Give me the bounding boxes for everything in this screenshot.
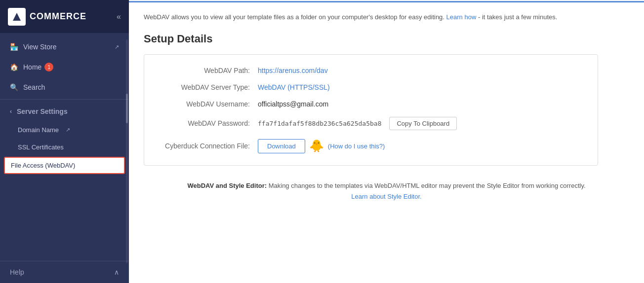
copy-to-clipboard-button[interactable]: Copy To Clipboard — [389, 117, 457, 130]
webdav-password-label: WebDAV Password: — [159, 119, 258, 127]
main-inner: WebDAV allows you to view all your templ… — [129, 0, 644, 283]
cyberduck-row: Cyberduck Connection File: Download 🐥 (H… — [159, 139, 583, 153]
webdav-path-label: WebDAV Path: — [159, 67, 258, 74]
home-badge: 1 — [44, 63, 53, 71]
logo-icon — [8, 8, 26, 26]
sidebar-item-label: SSL Certificates — [18, 143, 64, 151]
intro-paragraph: WebDAV allows you to view all your templ… — [144, 12, 629, 23]
cyberduck-label: Cyberduck Connection File: — [159, 142, 258, 150]
intro-text-suffix: - it takes just a few minutes. — [478, 13, 557, 21]
sidebar-item-home[interactable]: 🏠 Home 1 — [0, 57, 129, 77]
svg-rect-1 — [14, 18, 19, 21]
content-area: WebDAV allows you to view all your templ… — [129, 2, 644, 283]
webdav-password-row: WebDAV Password: ffa7f1dafaf5f88db236c5a… — [159, 117, 583, 130]
sidebar-item-label: View Store — [23, 43, 56, 51]
footer-note: WebDAV and Style Editor: Making changes … — [144, 166, 629, 217]
webdav-server-type-row: WebDAV Server Type: WebDAV (HTTPS/SSL) — [159, 83, 583, 91]
sidebar: COMMERCE « 🏪 View Store ↗ 🏠 Home 1 🔍 Sea… — [0, 0, 129, 283]
sidebar-item-label: File Access (WebDAV) — [11, 162, 75, 169]
sidebar-logo: COMMERCE — [8, 8, 86, 26]
sidebar-item-search[interactable]: 🔍 Search — [0, 77, 129, 97]
external-link-icon: ↗ — [115, 44, 119, 50]
webdav-password-value: ffa7f1dafaf5f88db236c5a625da5ba8 — [258, 120, 381, 127]
chevron-up-icon: ∧ — [114, 268, 119, 276]
footer-bold-text: WebDAV and Style Editor: — [187, 182, 267, 189]
main-content: WebDAV allows you to view all your templ… — [129, 0, 644, 283]
learn-how-link[interactable]: Learn how — [446, 13, 477, 21]
logo-text: COMMERCE — [30, 11, 86, 22]
sidebar-header: COMMERCE « — [0, 0, 129, 33]
scroll-track — [126, 39, 128, 263]
sidebar-footer[interactable]: Help ∧ — [0, 261, 129, 283]
webdav-server-type-value: WebDAV (HTTPS/SSL) — [258, 83, 330, 91]
webdav-username-row: WebDAV Username: officialtpss@gmail.com — [159, 100, 583, 108]
chevron-left-icon: ‹ — [10, 108, 12, 115]
sidebar-item-ssl-certificates[interactable]: SSL Certificates — [0, 139, 129, 156]
search-icon: 🔍 — [10, 83, 18, 91]
webdav-path-value: https://arenus.com/dav — [258, 67, 328, 74]
sidebar-item-label: Domain Name — [18, 126, 59, 134]
external-link-icon: ↗ — [66, 127, 70, 133]
duck-emoji: 🐥 — [309, 139, 324, 153]
sidebar-item-file-access[interactable]: File Access (WebDAV) — [4, 157, 125, 174]
webdav-path-row: WebDAV Path: https://arenus.com/dav — [159, 67, 583, 74]
sidebar-item-domain-name[interactable]: Domain Name ↗ — [0, 121, 129, 139]
intro-text-main: WebDAV allows you to view all your templ… — [144, 13, 444, 21]
scroll-thumb[interactable] — [126, 94, 128, 123]
setup-card: WebDAV Path: https://arenus.com/dav WebD… — [144, 54, 598, 166]
setup-details-title: Setup Details — [144, 33, 629, 45]
help-label: Help — [10, 268, 24, 276]
section-label: Server Settings — [17, 107, 68, 115]
sidebar-item-label: Home — [23, 63, 41, 71]
webdav-username-value: officialtpss@gmail.com — [258, 100, 328, 108]
server-settings-section: ‹ Server Settings Domain Name ↗ SSL Cert… — [0, 99, 129, 174]
store-icon: 🏪 — [10, 43, 18, 51]
webdav-server-type-label: WebDAV Server Type: — [159, 83, 258, 91]
download-button[interactable]: Download — [258, 139, 305, 153]
footer-text: Making changes to the templates via WebD… — [269, 182, 586, 189]
sidebar-collapse-button[interactable]: « — [117, 12, 121, 21]
webdav-username-label: WebDAV Username: — [159, 100, 258, 108]
how-do-i-use-link[interactable]: (How do I use this?) — [328, 142, 385, 150]
server-settings-header[interactable]: ‹ Server Settings — [0, 102, 129, 121]
sidebar-item-label: Search — [23, 83, 45, 91]
sidebar-nav: 🏪 View Store ↗ 🏠 Home 1 🔍 Search ‹ Serve… — [0, 33, 129, 261]
sidebar-item-view-store[interactable]: 🏪 View Store ↗ — [0, 37, 129, 57]
home-icon: 🏠 — [10, 63, 18, 71]
learn-about-style-editor-link[interactable]: Learn about Style Editor. — [351, 193, 421, 200]
